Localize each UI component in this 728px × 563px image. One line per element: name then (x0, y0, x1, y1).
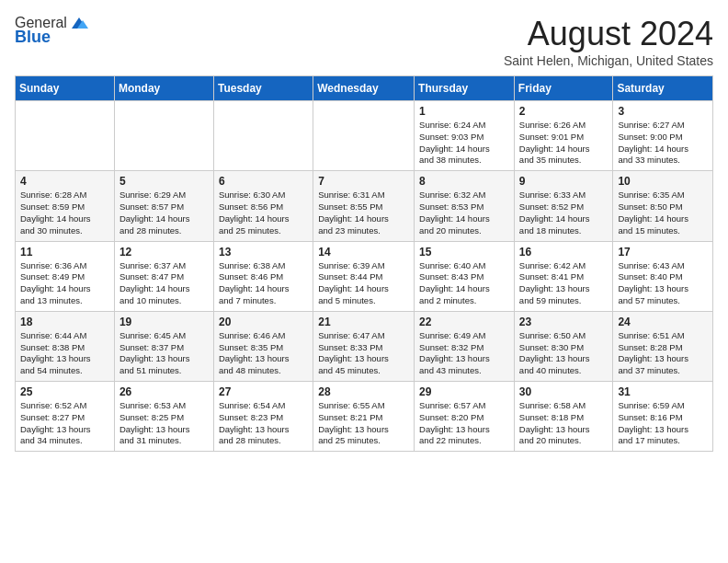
weekday-header-monday: Monday (114, 76, 213, 101)
cell-line-3: and 45 minutes. (318, 365, 381, 375)
cell-line-1: Sunset: 8:59 PM (20, 201, 85, 212)
cell-line-0: Sunrise: 6:27 AM (618, 120, 684, 130)
cell-text: Sunrise: 6:29 AMSunset: 8:57 PMDaylight:… (119, 190, 209, 236)
cell-line-2: Daylight: 13 hours (618, 424, 688, 434)
cell-line-2: Daylight: 13 hours (119, 353, 190, 363)
cell-line-2: Daylight: 14 hours (618, 213, 688, 224)
cell-line-1: Sunset: 9:00 PM (618, 132, 682, 142)
cell-line-1: Sunset: 8:23 PM (219, 412, 283, 422)
cell-line-3: and 2 minutes. (419, 295, 476, 305)
cell-line-0: Sunrise: 6:53 AM (119, 400, 186, 410)
cell-line-3: and 25 minutes. (219, 225, 281, 236)
calendar-cell-w4d1: 26Sunrise: 6:53 AMSunset: 8:25 PMDayligh… (114, 382, 213, 452)
day-number: 11 (20, 246, 109, 259)
day-number: 25 (20, 385, 109, 398)
day-number: 24 (618, 316, 708, 328)
weekday-header-row: SundayMondayTuesdayWednesdayThursdayFrid… (16, 76, 713, 101)
cell-text: Sunrise: 6:53 AMSunset: 8:25 PMDaylight:… (119, 400, 209, 447)
cell-line-2: Daylight: 13 hours (119, 424, 190, 434)
cell-line-2: Daylight: 13 hours (519, 353, 590, 363)
cell-line-0: Sunrise: 6:28 AM (20, 190, 86, 200)
cell-line-3: and 48 minutes. (219, 365, 281, 375)
cell-line-1: Sunset: 8:49 PM (20, 271, 85, 282)
calendar-cell-w3d4: 22Sunrise: 6:49 AMSunset: 8:32 PMDayligh… (415, 311, 515, 381)
cell-line-2: Daylight: 14 hours (20, 213, 91, 224)
cell-line-0: Sunrise: 6:51 AM (618, 330, 684, 340)
cell-line-2: Daylight: 13 hours (219, 424, 290, 434)
cell-line-1: Sunset: 8:41 PM (519, 271, 584, 282)
cell-line-1: Sunset: 8:37 PM (119, 342, 184, 352)
cell-line-2: Daylight: 14 hours (318, 283, 389, 293)
cell-line-2: Daylight: 14 hours (20, 283, 91, 293)
calendar-cell-w4d0: 25Sunrise: 6:52 AMSunset: 8:27 PMDayligh… (16, 382, 115, 452)
cell-line-1: Sunset: 8:40 PM (618, 271, 682, 282)
calendar-cell-w4d4: 29Sunrise: 6:57 AMSunset: 8:20 PMDayligh… (415, 382, 515, 452)
calendar-cell-w3d1: 19Sunrise: 6:45 AMSunset: 8:37 PMDayligh… (114, 311, 213, 381)
weekday-header-saturday: Saturday (613, 76, 713, 101)
cell-line-2: Daylight: 14 hours (419, 213, 490, 224)
cell-text: Sunrise: 6:43 AMSunset: 8:40 PMDaylight:… (618, 260, 708, 307)
cell-text: Sunrise: 6:27 AMSunset: 9:00 PMDaylight:… (618, 120, 708, 167)
cell-line-3: and 35 minutes. (519, 155, 582, 165)
day-number: 15 (419, 246, 509, 259)
cell-line-3: and 54 minutes. (20, 365, 83, 375)
cell-text: Sunrise: 6:49 AMSunset: 8:32 PMDaylight:… (419, 330, 509, 377)
calendar-cell-w4d6: 31Sunrise: 6:59 AMSunset: 8:16 PMDayligh… (613, 382, 713, 452)
cell-text: Sunrise: 6:58 AMSunset: 8:18 PMDaylight:… (519, 400, 609, 447)
day-number: 7 (318, 175, 409, 188)
calendar-table: SundayMondayTuesdayWednesdayThursdayFrid… (15, 75, 713, 452)
cell-text: Sunrise: 6:45 AMSunset: 8:37 PMDaylight:… (119, 330, 209, 377)
calendar-cell-w0d5: 2Sunrise: 6:26 AMSunset: 9:01 PMDaylight… (514, 101, 613, 171)
cell-line-0: Sunrise: 6:40 AM (419, 260, 485, 270)
weekday-header-thursday: Thursday (415, 76, 515, 101)
calendar-cell-w0d3 (313, 101, 415, 171)
cell-line-1: Sunset: 8:53 PM (419, 201, 483, 212)
day-number: 16 (519, 246, 609, 259)
week-row-3: 18Sunrise: 6:44 AMSunset: 8:38 PMDayligh… (16, 311, 713, 381)
calendar-cell-w1d5: 9Sunrise: 6:33 AMSunset: 8:52 PMDaylight… (514, 171, 613, 241)
cell-text: Sunrise: 6:42 AMSunset: 8:41 PMDaylight:… (519, 260, 609, 307)
cell-text: Sunrise: 6:59 AMSunset: 8:16 PMDaylight:… (618, 400, 708, 447)
cell-line-3: and 25 minutes. (318, 435, 381, 445)
calendar-cell-w3d5: 23Sunrise: 6:50 AMSunset: 8:30 PMDayligh… (514, 311, 613, 381)
cell-line-0: Sunrise: 6:59 AM (618, 400, 684, 410)
calendar-cell-w2d4: 15Sunrise: 6:40 AMSunset: 8:43 PMDayligh… (415, 241, 515, 311)
cell-line-3: and 28 minutes. (219, 435, 281, 445)
calendar-cell-w2d2: 13Sunrise: 6:38 AMSunset: 8:46 PMDayligh… (213, 241, 313, 311)
cell-text: Sunrise: 6:57 AMSunset: 8:20 PMDaylight:… (419, 400, 509, 447)
calendar-cell-w4d3: 28Sunrise: 6:55 AMSunset: 8:21 PMDayligh… (313, 382, 415, 452)
cell-line-0: Sunrise: 6:47 AM (318, 330, 384, 340)
cell-text: Sunrise: 6:31 AMSunset: 8:55 PMDaylight:… (318, 190, 409, 236)
cell-line-2: Daylight: 14 hours (318, 213, 389, 224)
cell-text: Sunrise: 6:44 AMSunset: 8:38 PMDaylight:… (20, 330, 109, 377)
cell-line-3: and 13 minutes. (20, 295, 83, 305)
cell-line-0: Sunrise: 6:42 AM (519, 260, 586, 270)
cell-text: Sunrise: 6:37 AMSunset: 8:47 PMDaylight:… (119, 260, 209, 307)
cell-line-0: Sunrise: 6:38 AM (219, 260, 285, 270)
day-number: 23 (519, 316, 609, 328)
cell-line-0: Sunrise: 6:50 AM (519, 330, 586, 340)
cell-text: Sunrise: 6:52 AMSunset: 8:27 PMDaylight:… (20, 400, 109, 447)
cell-line-1: Sunset: 8:57 PM (119, 201, 184, 212)
cell-text: Sunrise: 6:54 AMSunset: 8:23 PMDaylight:… (219, 400, 308, 447)
cell-line-3: and 23 minutes. (318, 225, 381, 236)
day-number: 2 (519, 105, 609, 118)
cell-line-2: Daylight: 14 hours (219, 283, 290, 293)
calendar-cell-w2d0: 11Sunrise: 6:36 AMSunset: 8:49 PMDayligh… (16, 241, 115, 311)
calendar-cell-w3d0: 18Sunrise: 6:44 AMSunset: 8:38 PMDayligh… (16, 311, 115, 381)
cell-line-3: and 31 minutes. (119, 435, 182, 445)
cell-text: Sunrise: 6:35 AMSunset: 8:50 PMDaylight:… (618, 190, 708, 236)
calendar-cell-w1d6: 10Sunrise: 6:35 AMSunset: 8:50 PMDayligh… (613, 171, 713, 241)
cell-text: Sunrise: 6:30 AMSunset: 8:56 PMDaylight:… (219, 190, 308, 236)
cell-line-2: Daylight: 13 hours (20, 424, 91, 434)
weekday-header-friday: Friday (514, 76, 613, 101)
calendar-cell-w2d5: 16Sunrise: 6:42 AMSunset: 8:41 PMDayligh… (514, 241, 613, 311)
cell-line-2: Daylight: 13 hours (618, 283, 688, 293)
cell-line-0: Sunrise: 6:55 AM (318, 400, 384, 410)
calendar-cell-w1d1: 5Sunrise: 6:29 AMSunset: 8:57 PMDaylight… (114, 171, 213, 241)
cell-line-3: and 51 minutes. (119, 365, 182, 375)
cell-text: Sunrise: 6:46 AMSunset: 8:35 PMDaylight:… (219, 330, 308, 377)
cell-line-3: and 10 minutes. (119, 295, 182, 305)
week-row-4: 25Sunrise: 6:52 AMSunset: 8:27 PMDayligh… (16, 382, 713, 452)
cell-line-3: and 38 minutes. (419, 155, 482, 165)
